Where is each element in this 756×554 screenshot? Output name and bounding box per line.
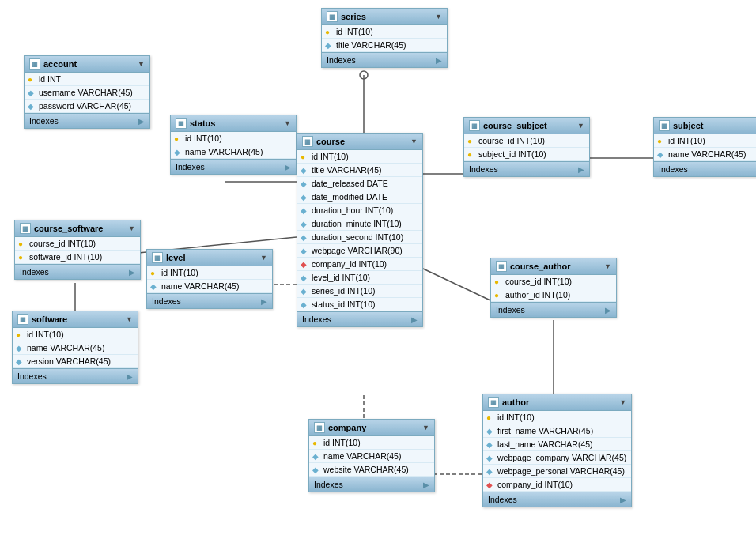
table-row: ◆name VARCHAR(45) [171,145,296,159]
table-dropdown-arrow-course_subject[interactable]: ▼ [577,122,584,130]
table-row: ◆company_id INT(10) [297,258,422,271]
fk-icon: ◆ [301,233,308,242]
table-header-level[interactable]: ▦level▼ [147,250,272,266]
table-row: ◆name VARCHAR(45) [13,341,138,355]
field-text: name VARCHAR(45) [161,281,239,291]
pk-icon: ● [28,75,36,84]
fk-icon: ◆ [486,454,494,462]
table-icon-account: ▦ [29,58,40,70]
table-icon-author: ▦ [488,397,499,408]
fk-icon: ◆ [301,300,308,309]
table-row: ●id INT(10) [654,134,756,148]
table-name-level: level [166,253,185,262]
table-body-subject: ●id INT(10)◆name VARCHAR(45) [654,134,756,161]
indexes-footer-level[interactable]: Indexes▶ [147,293,272,308]
field-text: webpage_personal VARCHAR(45) [497,466,625,476]
indexes-footer-course[interactable]: Indexes▶ [297,311,422,326]
table-body-level: ●id INT(10)◆name VARCHAR(45) [147,266,272,293]
table-dropdown-arrow-status[interactable]: ▼ [284,119,291,127]
table-header-subject[interactable]: ▦subject▼ [654,118,756,134]
indexes-arrow[interactable]: ▶ [605,306,611,315]
table-icon-software: ▦ [17,314,28,325]
table-row: ◆website VARCHAR(45) [309,463,434,477]
table-dropdown-arrow-author[interactable]: ▼ [619,398,626,406]
table-body-account: ●id INT◆username VARCHAR(45)◆password VA… [25,73,149,113]
field-text: duration_second INT(10) [312,232,403,242]
table-name-author: author [502,398,529,407]
field-text: course_id INT(10) [29,239,96,248]
indexes-arrow[interactable]: ▶ [423,481,429,489]
field-text: name VARCHAR(45) [27,343,104,352]
indexes-footer-status[interactable]: Indexes▶ [171,159,296,174]
field-text: name VARCHAR(45) [668,149,746,159]
pk-icon: ● [494,291,502,300]
table-dropdown-arrow-level[interactable]: ▼ [260,254,267,262]
indexes-arrow[interactable]: ▶ [436,56,442,65]
indexes-footer-course_software[interactable]: Indexes▶ [15,264,140,279]
table-body-course_subject: ●course_id INT(10)●subject_id INT(10) [464,134,589,161]
table-row: ◆webpage_personal VARCHAR(45) [483,465,631,478]
table-level: ▦level▼●id INT(10)◆name VARCHAR(45)Index… [146,249,273,309]
table-header-course[interactable]: ▦course▼ [297,134,422,150]
pk-icon: ● [16,330,24,339]
table-dropdown-arrow-company[interactable]: ▼ [422,424,429,432]
indexes-footer-software[interactable]: Indexes▶ [13,368,138,383]
field-text: webpage VARCHAR(90) [312,246,403,255]
indexes-arrow[interactable]: ▶ [127,372,133,381]
table-header-course_subject[interactable]: ▦course_subject▼ [464,118,589,134]
field-text: series_id INT(10) [312,286,376,296]
fk-icon: ◆ [16,357,24,366]
indexes-footer-subject[interactable]: Indexes▶ [654,161,756,176]
pk-icon: ● [18,239,26,248]
table-row: ◆webpage_company VARCHAR(45) [483,451,631,465]
table-subject: ▦subject▼●id INT(10)◆name VARCHAR(45)Ind… [653,117,756,177]
table-row: ◆name VARCHAR(45) [309,450,434,463]
table-header-status[interactable]: ▦status▼ [171,115,296,132]
indexes-arrow[interactable]: ▶ [620,496,626,504]
table-header-course_author[interactable]: ▦course_author▼ [491,258,616,275]
table-name-subject: subject [673,121,704,130]
field-text: last_name VARCHAR(45) [497,439,593,449]
pk-icon: ● [174,134,182,143]
indexes-label: Indexes [469,164,498,174]
indexes-footer-company[interactable]: Indexes▶ [309,477,434,492]
field-text: id INT(10) [336,27,373,36]
table-header-company[interactable]: ▦company▼ [309,420,434,436]
field-text: date_modified DATE [312,192,387,202]
field-text: course_id INT(10) [478,136,545,145]
pk-icon: ● [150,269,158,277]
table-dropdown-arrow-software[interactable]: ▼ [126,315,133,323]
red-icon: ◆ [486,481,494,489]
table-header-software[interactable]: ▦software▼ [13,311,138,328]
indexes-footer-series[interactable]: Indexes▶ [322,52,447,67]
table-header-account[interactable]: ▦account▼ [25,56,149,73]
field-text: id INT(10) [497,413,535,422]
indexes-footer-course_author[interactable]: Indexes▶ [491,302,616,317]
table-dropdown-arrow-course_software[interactable]: ▼ [128,224,135,232]
indexes-footer-account[interactable]: Indexes▶ [25,113,149,128]
table-body-course: ●id INT(10)◆title VARCHAR(45)◆date_relea… [297,150,422,311]
table-row: ◆duration_minute INT(10) [297,217,422,231]
indexes-arrow[interactable]: ▶ [578,165,584,174]
field-text: level_id INT(10) [312,273,370,282]
fk-icon: ◆ [312,465,320,474]
table-dropdown-arrow-course_author[interactable]: ▼ [604,262,611,270]
indexes-arrow[interactable]: ▶ [285,163,291,171]
indexes-arrow[interactable]: ▶ [138,117,145,126]
table-header-series[interactable]: ▦series▼ [322,9,447,25]
field-text: website VARCHAR(45) [323,465,409,474]
table-dropdown-arrow-series[interactable]: ▼ [435,13,442,21]
table-row: ◆version VARCHAR(45) [13,355,138,368]
table-name-company: company [328,423,366,432]
table-dropdown-arrow-account[interactable]: ▼ [138,60,145,68]
indexes-arrow[interactable]: ▶ [261,297,267,306]
table-header-author[interactable]: ▦author▼ [483,394,631,411]
indexes-arrow[interactable]: ▶ [411,315,418,324]
table-header-course_software[interactable]: ▦course_software▼ [15,220,140,237]
table-dropdown-arrow-course[interactable]: ▼ [410,138,418,145]
indexes-footer-course_subject[interactable]: Indexes▶ [464,161,589,176]
table-icon-status: ▦ [176,118,187,129]
table-row: ●id INT(10) [483,411,631,424]
indexes-footer-author[interactable]: Indexes▶ [483,492,631,507]
indexes-arrow[interactable]: ▶ [129,268,135,277]
